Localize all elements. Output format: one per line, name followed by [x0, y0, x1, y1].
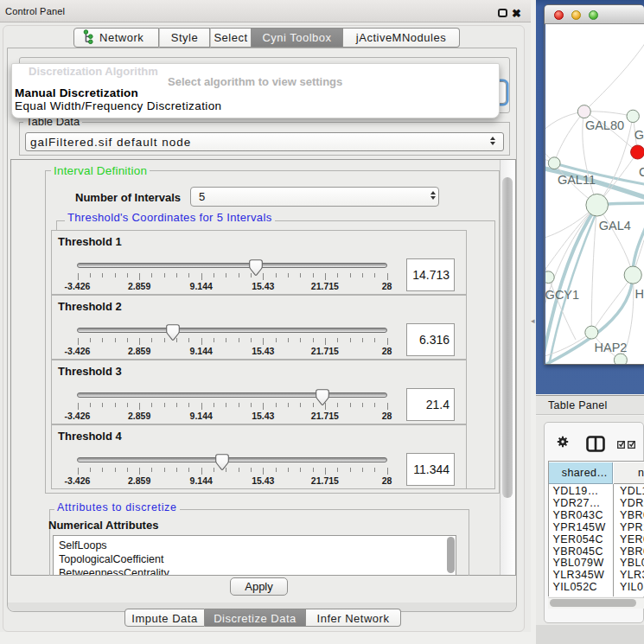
svg-text:H: H — [634, 287, 643, 301]
svg-text:C: C — [639, 165, 644, 179]
svg-text:GAL11: GAL11 — [558, 173, 596, 187]
svg-text:GAL4: GAL4 — [599, 219, 631, 233]
svg-text:GAL80: GAL80 — [585, 118, 624, 132]
svg-text:GCY1: GCY1 — [545, 288, 579, 302]
svg-text:GA: GA — [634, 128, 644, 142]
svg-text:HAP2: HAP2 — [595, 341, 628, 354]
